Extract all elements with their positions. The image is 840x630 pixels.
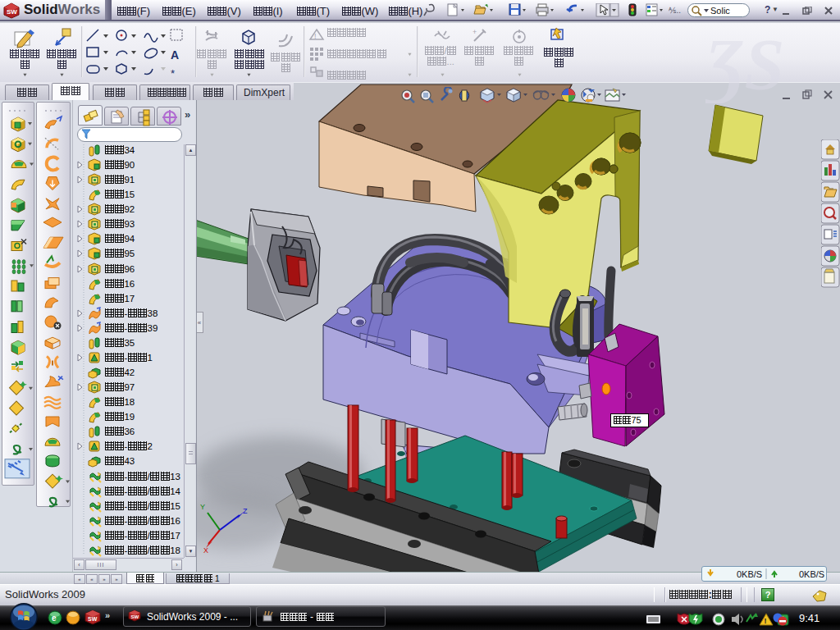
svg-text:0KB/S: 0KB/S (799, 569, 824, 579)
svg-text:*: * (171, 67, 175, 79)
svg-text:+: + (472, 28, 477, 36)
svg-text:SW: SW (88, 616, 98, 622)
svg-text:SW: SW (131, 614, 139, 619)
svg-text:⅍..: ⅍.. (669, 6, 681, 15)
svg-text:!: ! (314, 32, 317, 40)
svg-text:Solic: Solic (710, 6, 730, 16)
svg-text:SW: SW (7, 8, 17, 16)
svg-text:0KB/S: 0KB/S (737, 569, 762, 579)
svg-text:!: ! (765, 617, 767, 625)
svg-text:ƷS: ƷS (705, 30, 785, 103)
svg-text:»: » (105, 610, 110, 620)
svg-text:Z: Z (243, 507, 248, 515)
svg-text:A: A (171, 48, 179, 62)
svg-text:e: e (52, 614, 57, 623)
svg-text:Y: Y (200, 503, 205, 511)
svg-text:X: X (203, 546, 208, 555)
